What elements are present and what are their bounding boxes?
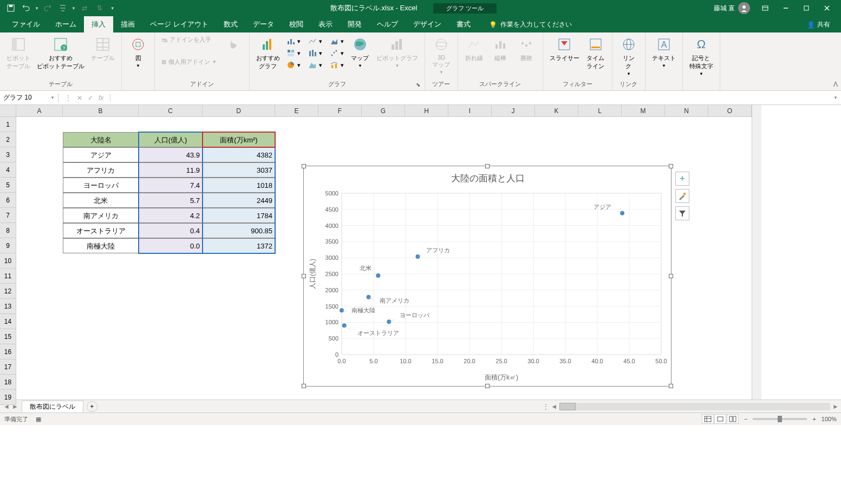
close-icon[interactable] — [817, 2, 837, 15]
link-button[interactable]: リン ク▼ — [617, 35, 641, 77]
undo-icon[interactable] — [19, 2, 32, 15]
column-header[interactable]: I — [448, 105, 492, 117]
bing-button[interactable] — [221, 35, 245, 54]
cell[interactable]: 大陸名 — [63, 132, 139, 147]
combo-chart-button[interactable]: ▾ — [328, 60, 346, 70]
column-header[interactable]: L — [578, 105, 622, 117]
page-break-view-button[interactable] — [727, 414, 739, 424]
recommended-charts-button[interactable]: おすすめ グラフ — [254, 35, 282, 71]
row-header[interactable]: 11 — [0, 269, 16, 284]
column-header[interactable]: G — [362, 105, 405, 117]
row-header[interactable]: 14 — [0, 314, 16, 329]
chart-filters-button[interactable] — [675, 206, 689, 220]
minimize-icon[interactable] — [776, 2, 796, 15]
slicer-button[interactable]: スライサー — [547, 35, 582, 63]
cell[interactable]: アフリカ — [63, 162, 139, 178]
hierarchy-chart-button[interactable]: ▾ — [284, 48, 303, 58]
cell[interactable]: アジア — [63, 147, 139, 162]
collapse-ribbon-icon[interactable]: ᐱ — [833, 81, 838, 88]
row-header[interactable]: 5 — [0, 178, 16, 193]
column-header[interactable]: D — [203, 105, 275, 117]
user-badge[interactable]: 藤城 直 — [708, 2, 755, 14]
page-layout-view-button[interactable] — [714, 414, 726, 424]
column-header[interactable]: J — [492, 105, 535, 117]
row-header[interactable]: 17 — [0, 359, 16, 375]
qat-dropdown-icon[interactable]: ▼ — [71, 6, 76, 11]
column-header[interactable]: C — [139, 105, 203, 117]
row-header[interactable]: 3 — [0, 147, 16, 162]
3d-map-button[interactable]: 3D マップ▼ — [429, 35, 453, 76]
ribbon-options-icon[interactable] — [755, 2, 775, 15]
area-chart-button[interactable]: ▾ — [328, 36, 346, 47]
cell[interactable]: 面積(万km²) — [203, 132, 275, 147]
maximize-icon[interactable] — [797, 2, 816, 15]
tab-developer[interactable]: 開発 — [340, 16, 369, 32]
cell[interactable]: 11.9 — [139, 162, 203, 178]
row-header[interactable]: 10 — [0, 253, 16, 269]
tab-home[interactable]: ホーム — [48, 16, 84, 32]
tab-file[interactable]: ファイル — [4, 16, 48, 32]
cell[interactable]: ヨーロッパ — [63, 178, 139, 193]
save-icon[interactable] — [4, 2, 17, 15]
cell[interactable]: 7.4 — [139, 178, 203, 193]
chart-styles-button[interactable] — [675, 189, 689, 203]
column-header[interactable]: K — [535, 105, 578, 117]
column-header[interactable]: B — [63, 105, 139, 117]
tab-layout[interactable]: ページ レイアウト — [142, 16, 216, 32]
pivot-chart-button[interactable]: ピボットグラフ▼ — [374, 35, 420, 69]
pivot-table-button[interactable]: ピボット テーブル — [4, 35, 32, 71]
row-header[interactable]: 6 — [0, 193, 16, 208]
table-button[interactable]: テーブル — [89, 35, 117, 63]
undo-dropdown-icon[interactable]: ▼ — [35, 6, 39, 11]
my-addins-button[interactable]: ⊞個人用アドイン ▼ — [159, 57, 219, 67]
row-header[interactable]: 15 — [0, 329, 16, 344]
text-button[interactable]: Aテキスト▼ — [650, 35, 678, 69]
zoom-out-button[interactable]: − — [744, 416, 747, 422]
cell[interactable]: 南極大陸 — [63, 238, 139, 253]
column-header[interactable]: N — [665, 105, 708, 117]
cell[interactable]: 3037 — [203, 162, 275, 178]
tab-review[interactable]: 校閲 — [282, 16, 311, 32]
tell-me-search[interactable]: 💡 作業を入力してください — [489, 20, 572, 32]
map-chart-button[interactable]: マップ▼ — [348, 35, 372, 69]
cells-area[interactable]: 13720.0南極大陸900.850.4オーストラリア17844.2南アメリカ2… — [16, 117, 752, 405]
sparkline-column-button[interactable]: 縦棒 — [488, 35, 512, 63]
cell[interactable]: 北米 — [63, 193, 139, 208]
tab-format[interactable]: 書式 — [449, 16, 478, 32]
row-header[interactable]: 8 — [0, 223, 16, 238]
normal-view-button[interactable] — [702, 414, 714, 424]
surface-chart-button[interactable]: ▾ — [306, 60, 324, 70]
tab-view[interactable]: 表示 — [311, 16, 340, 32]
chart-elements-button[interactable]: + — [675, 172, 689, 186]
tab-insert[interactable]: 挿入 — [84, 16, 113, 32]
column-header[interactable]: H — [405, 105, 448, 117]
tab-design[interactable]: デザイン — [406, 16, 449, 32]
zoom-in-button[interactable]: + — [812, 416, 816, 422]
stat-chart-button[interactable]: ▾ — [306, 48, 324, 58]
column-chart-button[interactable]: ▾ — [284, 36, 303, 47]
tab-help[interactable]: ヘルプ — [369, 16, 406, 32]
cell[interactable]: 2449 — [203, 193, 275, 208]
tab-formulas[interactable]: 数式 — [216, 16, 245, 32]
chart-object[interactable]: 0.05.010.015.020.025.030.035.040.045.050… — [303, 166, 672, 387]
zoom-level[interactable]: 100% — [822, 416, 837, 422]
name-box[interactable]: グラフ 10▼ — [0, 93, 58, 102]
cell[interactable]: 1018 — [203, 178, 275, 193]
row-header[interactable]: 19 — [0, 390, 16, 405]
cell[interactable]: 人口(億人) — [139, 132, 203, 147]
charts-launcher-icon[interactable]: ⬊ — [416, 82, 423, 89]
cell[interactable]: 900.85 — [203, 223, 275, 238]
qat-customize-icon[interactable]: ▼ — [110, 6, 115, 11]
enter-formula-icon[interactable]: ✓ — [86, 94, 95, 102]
column-header[interactable]: A — [16, 105, 63, 117]
fx-icon[interactable]: fx — [96, 94, 106, 102]
row-header[interactable]: 16 — [0, 344, 16, 359]
symbols-button[interactable]: Ω記号と 特殊文字▼ — [687, 35, 715, 77]
cell[interactable]: 1372 — [203, 238, 275, 253]
tab-data[interactable]: データ — [245, 16, 282, 32]
sparkline-line-button[interactable]: 折れ線 — [462, 35, 486, 63]
row-header[interactable]: 7 — [0, 208, 16, 223]
illustrations-button[interactable]: 図▼ — [126, 35, 150, 69]
cell[interactable]: 0.0 — [139, 238, 203, 253]
column-header[interactable]: O — [708, 105, 752, 117]
